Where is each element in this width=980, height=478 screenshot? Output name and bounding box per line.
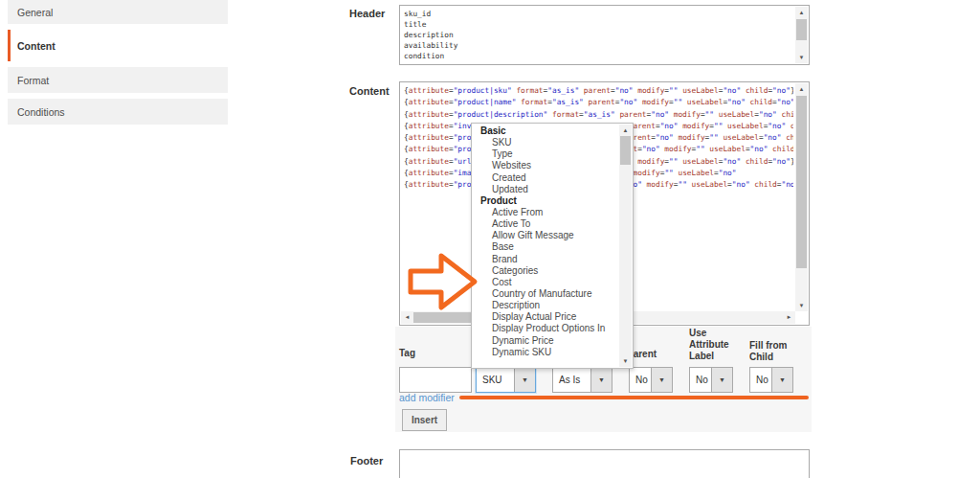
header-scrollbar[interactable]: ▲ ▼ (795, 7, 808, 63)
header-textarea-text: sku_id title description availability co… (404, 9, 793, 62)
sidebar-item-label: Content (17, 40, 56, 52)
scroll-down-icon[interactable]: ▼ (795, 300, 808, 311)
annotation-arrow-icon (406, 247, 480, 316)
sidebar-item-format[interactable]: Format (8, 67, 228, 93)
dropdown-option[interactable]: Categories (473, 265, 619, 277)
parent-select[interactable]: No ▼ (629, 367, 673, 393)
chevron-down-icon: ▼ (514, 368, 535, 392)
header-textarea[interactable]: sku_id title description availability co… (399, 5, 810, 65)
footer-textarea[interactable] (399, 449, 810, 478)
chevron-down-icon: ▼ (771, 368, 792, 392)
scroll-down-icon[interactable]: ▼ (619, 355, 632, 367)
dropdown-option[interactable]: Base (473, 241, 619, 253)
dropdown-option[interactable]: Allow Gift Message (473, 230, 619, 241)
scroll-up-icon[interactable]: ▲ (795, 7, 808, 18)
sidebar-item-label: Conditions (17, 106, 65, 118)
fill-from-child-select-value: No (750, 368, 771, 392)
fill-from-child-label: Fill from Child (749, 340, 797, 363)
dropdown-scrollbar[interactable]: ▲ ▼ (619, 125, 632, 367)
dropdown-option[interactable]: Created (473, 172, 619, 184)
tag-label: Tag (399, 348, 415, 359)
dropdown-option[interactable]: Display Product Options In (473, 323, 619, 334)
content-vscrollbar[interactable]: ▲ ▼ (795, 83, 808, 311)
header-field-label: Header (349, 8, 385, 19)
dropdown-option[interactable]: Type (473, 148, 619, 160)
dropdown-option[interactable]: Active From (473, 207, 619, 218)
scroll-down-icon[interactable]: ▼ (795, 52, 808, 63)
use-attribute-label-select[interactable]: No ▼ (689, 367, 733, 393)
scroll-up-icon[interactable]: ▲ (619, 125, 632, 136)
dropdown-group-header: Basic (473, 125, 619, 137)
format-select-value: As Is (553, 368, 590, 392)
attribute-select-value: SKU (477, 368, 514, 392)
scrollbar-thumb[interactable] (620, 136, 631, 165)
scroll-up-icon[interactable]: ▲ (795, 83, 808, 95)
dropdown-option[interactable]: Websites (473, 160, 619, 171)
sidebar-item-label: Format (17, 75, 49, 86)
dropdown-option[interactable]: Active To (473, 218, 619, 230)
insert-button[interactable]: Insert (402, 409, 447, 431)
attribute-select[interactable]: SKU ▼ (476, 367, 536, 393)
footer-textarea-text (404, 453, 793, 478)
sidebar-item-label: General (17, 7, 53, 18)
modifier-underline (459, 396, 809, 399)
dropdown-option[interactable]: Display Actual Price (473, 311, 619, 323)
dropdown-option[interactable]: Dynamic SKU (473, 347, 619, 358)
dropdown-option[interactable]: Brand (473, 254, 619, 265)
dropdown-option[interactable]: Description (473, 300, 619, 311)
attribute-dropdown[interactable]: BasicSKUTypeWebsitesCreatedUpdatedProduc… (471, 123, 634, 369)
format-select[interactable]: As Is ▼ (552, 367, 612, 393)
sidebar-item-conditions[interactable]: Conditions (8, 99, 228, 125)
attribute-dropdown-list: BasicSKUTypeWebsitesCreatedUpdatedProduc… (473, 125, 619, 367)
template-editor-screen: General Content Format Conditions Header… (0, 0, 980, 478)
scrollbar-thumb[interactable] (796, 96, 807, 268)
chevron-down-icon: ▼ (651, 368, 672, 392)
add-modifier-link[interactable]: add modifier (399, 392, 455, 403)
use-attribute-label-label: Use Attribute Label (689, 328, 742, 362)
dropdown-option[interactable]: Dynamic Price (473, 335, 619, 347)
content-field-label: Content (349, 85, 390, 97)
scroll-right-icon[interactable]: ► (783, 311, 795, 324)
dropdown-option[interactable]: Cost (473, 277, 619, 288)
scrollbar-thumb[interactable] (796, 19, 807, 40)
sidebar-item-content[interactable]: Content (8, 30, 228, 61)
footer-field-label: Footer (350, 455, 383, 467)
fill-from-child-select[interactable]: No ▼ (749, 367, 793, 393)
tag-input[interactable] (399, 367, 472, 393)
parent-select-value: No (630, 368, 651, 392)
dropdown-group-header: Product (473, 195, 619, 207)
sidebar-item-general[interactable]: General (8, 0, 228, 24)
dropdown-option[interactable]: Country of Manufacture (473, 288, 619, 300)
dropdown-option[interactable]: SKU (473, 137, 619, 148)
chevron-down-icon: ▼ (590, 368, 612, 392)
dropdown-option[interactable]: Updated (473, 184, 619, 195)
chevron-down-icon: ▼ (711, 368, 732, 392)
use-attribute-label-select-value: No (690, 368, 711, 392)
